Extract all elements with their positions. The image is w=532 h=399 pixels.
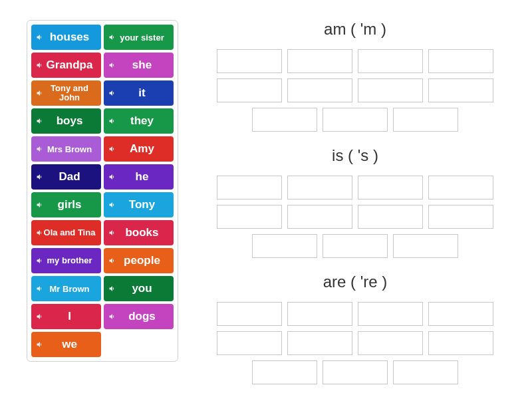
speaker-icon[interactable] (35, 172, 45, 182)
drop-slot[interactable] (217, 176, 282, 200)
word-tile[interactable]: she (104, 53, 174, 78)
word-tile[interactable]: Amy (104, 136, 174, 162)
speaker-icon[interactable] (35, 340, 45, 349)
drop-slot[interactable] (217, 205, 282, 229)
drop-groups: am ( 'm )is ( 's )are ( 're ) (205, 20, 505, 394)
drop-slot[interactable] (358, 78, 423, 102)
drop-slot[interactable] (428, 176, 493, 200)
speaker-icon[interactable] (35, 256, 45, 265)
word-tile[interactable]: books (104, 220, 174, 245)
speaker-icon[interactable] (108, 116, 117, 126)
drop-slot[interactable] (217, 78, 282, 102)
speaker-icon[interactable] (35, 88, 45, 98)
drop-slot[interactable] (358, 331, 423, 355)
speaker-icon[interactable] (108, 256, 117, 265)
word-tile[interactable]: your sister (104, 25, 174, 50)
speaker-icon[interactable] (35, 284, 45, 293)
group-title: are ( 're ) (205, 273, 505, 291)
word-tile[interactable]: he (104, 164, 174, 190)
speaker-icon[interactable] (35, 61, 45, 70)
group-title: am ( 'm ) (205, 20, 505, 39)
word-tile[interactable]: boys (31, 108, 101, 134)
group-title: is ( 's ) (205, 146, 505, 165)
drop-slot[interactable] (252, 108, 317, 132)
word-bank: housesyour sisterGrandpasheTony and John… (27, 20, 178, 362)
drop-slot[interactable] (323, 234, 388, 258)
speaker-icon[interactable] (108, 284, 117, 293)
drop-slot-row (205, 49, 505, 132)
word-tile[interactable]: Tony (104, 192, 174, 217)
word-tile[interactable]: Tony and John (31, 80, 101, 106)
drop-slot[interactable] (428, 49, 493, 73)
word-tile[interactable]: we (31, 332, 101, 357)
speaker-icon[interactable] (35, 116, 45, 126)
drop-slot[interactable] (358, 205, 423, 229)
word-tile[interactable]: they (104, 108, 174, 134)
speaker-icon[interactable] (108, 312, 117, 321)
drop-slot[interactable] (428, 331, 493, 355)
drop-slot[interactable] (323, 108, 388, 132)
drop-slot[interactable] (287, 205, 352, 229)
speaker-icon[interactable] (35, 200, 45, 209)
word-tile[interactable]: Ola and Tina (31, 220, 101, 245)
drop-slot[interactable] (252, 234, 317, 258)
drop-slot[interactable] (217, 331, 282, 355)
speaker-icon[interactable] (108, 61, 117, 70)
drop-slot[interactable] (393, 234, 458, 258)
speaker-icon[interactable] (108, 88, 117, 98)
word-tile[interactable]: Grandpa (31, 53, 101, 78)
word-tile[interactable]: people (104, 248, 174, 273)
drop-slot[interactable] (393, 360, 458, 384)
speaker-icon[interactable] (108, 33, 117, 42)
speaker-icon[interactable] (35, 144, 45, 154)
drop-slot[interactable] (358, 302, 423, 326)
drop-slot[interactable] (358, 176, 423, 200)
speaker-icon[interactable] (108, 144, 117, 154)
drop-slot[interactable] (428, 302, 493, 326)
word-tile[interactable]: Dad (31, 164, 101, 190)
drop-slot[interactable] (287, 331, 352, 355)
word-tile[interactable]: girls (31, 192, 101, 217)
speaker-icon[interactable] (108, 228, 117, 237)
drop-slot[interactable] (217, 49, 282, 73)
speaker-icon[interactable] (35, 228, 45, 237)
drop-slot[interactable] (287, 49, 352, 73)
word-tile[interactable]: you (104, 276, 174, 301)
word-tile[interactable]: my brother (31, 248, 101, 273)
word-tile[interactable]: dogs (104, 304, 174, 329)
drop-slot-row (205, 176, 505, 258)
speaker-icon[interactable] (108, 172, 117, 182)
drop-slot[interactable] (323, 360, 388, 384)
word-tile[interactable]: I (31, 304, 101, 329)
drop-slot[interactable] (428, 78, 493, 102)
drop-slot[interactable] (252, 360, 317, 384)
speaker-icon[interactable] (108, 200, 117, 209)
drop-slot-row (205, 302, 505, 384)
drop-slot[interactable] (358, 49, 423, 73)
speaker-icon[interactable] (35, 33, 45, 42)
word-tile[interactable]: Mr Brown (31, 276, 101, 301)
drop-slot[interactable] (287, 302, 352, 326)
drop-slot[interactable] (428, 205, 493, 229)
drop-slot[interactable] (217, 302, 282, 326)
speaker-icon[interactable] (35, 312, 45, 321)
word-tile[interactable]: it (104, 80, 174, 106)
drop-slot[interactable] (287, 78, 352, 102)
drop-slot[interactable] (287, 176, 352, 200)
word-tile[interactable]: Mrs Brown (31, 136, 101, 162)
drop-slot[interactable] (393, 108, 458, 132)
word-tile[interactable]: houses (31, 25, 101, 50)
